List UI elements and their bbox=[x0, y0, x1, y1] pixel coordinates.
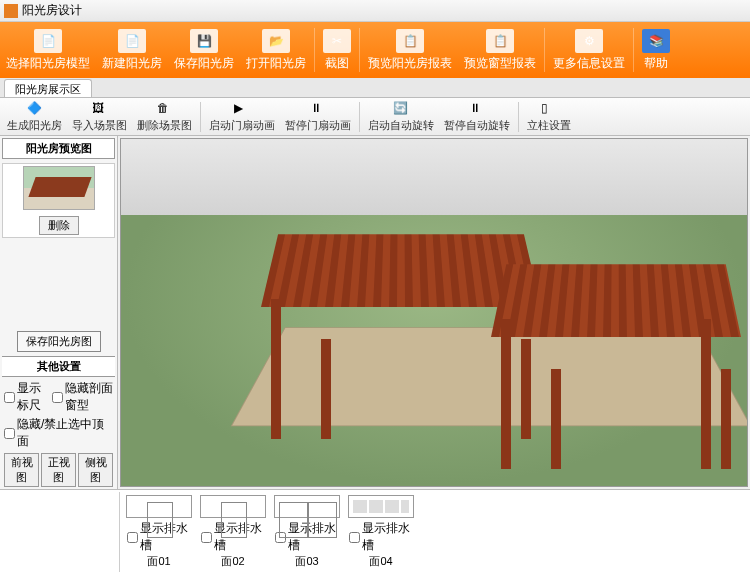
btn-ortho-view[interactable]: 正视图 bbox=[41, 453, 76, 487]
column-icon: ▯ bbox=[541, 101, 557, 117]
document-icon: 📄 bbox=[34, 29, 62, 53]
delete-thumb-button[interactable]: 删除 bbox=[39, 216, 79, 235]
ribbon-save[interactable]: 💾保存阳光房 bbox=[168, 24, 240, 76]
face-label: 面02 bbox=[221, 554, 244, 569]
tb-generate[interactable]: 🔷生成阳光房 bbox=[2, 100, 67, 134]
report-icon: 📋 bbox=[396, 29, 424, 53]
face-chk-drain[interactable]: 显示排水槽 bbox=[349, 520, 413, 554]
tb-delete-scene[interactable]: 🗑删除场景图 bbox=[132, 100, 197, 134]
ribbon-new[interactable]: 📄新建阳光房 bbox=[96, 24, 168, 76]
camera-icon: ✂ bbox=[323, 29, 351, 53]
face-preview bbox=[200, 495, 266, 518]
ribbon-more-settings[interactable]: ⚙更多信息设置 bbox=[547, 24, 631, 76]
btn-side-view[interactable]: 侧视图 bbox=[78, 453, 113, 487]
face-item-01[interactable]: 显示排水槽 面01 bbox=[124, 492, 194, 572]
3d-viewport[interactable] bbox=[120, 138, 748, 487]
face-preview bbox=[274, 495, 340, 518]
app-icon bbox=[4, 4, 18, 18]
ribbon-preview-window-report[interactable]: 📋预览窗型报表 bbox=[458, 24, 542, 76]
face-item-03[interactable]: 显示排水槽 面03 bbox=[272, 492, 342, 572]
chk-hide-selected[interactable]: 隐藏/禁止选中顶面 bbox=[4, 416, 113, 450]
preview-panel-title: 阳光房预览图 bbox=[2, 138, 115, 159]
face-preview bbox=[348, 495, 414, 518]
face-strip: 显示排水槽 面01 显示排水槽 面02 显示排水槽 面03 显示排水槽 面04 bbox=[0, 489, 750, 574]
tb-column-settings[interactable]: ▯立柱设置 bbox=[522, 100, 576, 134]
tb-start-door-anim[interactable]: ▶启动门扇动画 bbox=[204, 100, 280, 134]
thumbnail-box: 删除 bbox=[2, 163, 115, 238]
chk-hide-section[interactable]: 隐藏剖面窗型 bbox=[52, 380, 113, 414]
pause-icon: ⏸ bbox=[469, 101, 485, 117]
face-preview bbox=[126, 495, 192, 518]
face-item-04[interactable]: 显示排水槽 面04 bbox=[346, 492, 416, 572]
tab-strip: 阳光房展示区 bbox=[0, 78, 750, 98]
sidebar: 阳光房预览图 删除 保存阳光房图 其他设置 显示标尺 隐藏剖面窗型 隐藏/禁止选… bbox=[0, 136, 118, 489]
delete-icon: 🗑 bbox=[157, 101, 173, 117]
ribbon-select-model[interactable]: 📄选择阳光房模型 bbox=[0, 24, 96, 76]
pause-icon: ⏸ bbox=[310, 101, 326, 117]
other-settings-title: 其他设置 bbox=[2, 356, 115, 377]
new-icon: 📄 bbox=[118, 29, 146, 53]
title-bar: 阳光房设计 bbox=[0, 0, 750, 22]
settings-icon: ⚙ bbox=[575, 29, 603, 53]
window-title: 阳光房设计 bbox=[22, 2, 82, 19]
ribbon-open[interactable]: 📂打开阳光房 bbox=[240, 24, 312, 76]
open-icon: 📂 bbox=[262, 29, 290, 53]
face-label: 面01 bbox=[147, 554, 170, 569]
report-icon: 📋 bbox=[486, 29, 514, 53]
play-icon: ▶ bbox=[234, 101, 250, 117]
save-icon: 💾 bbox=[190, 29, 218, 53]
btn-front-view[interactable]: 前视图 bbox=[4, 453, 39, 487]
face-label: 面04 bbox=[369, 554, 392, 569]
secondary-toolbar: 🔷生成阳光房 🖼导入场景图 🗑删除场景图 ▶启动门扇动画 ⏸暂停门扇动画 🔄启动… bbox=[0, 98, 750, 136]
rotate-icon: 🔄 bbox=[393, 101, 409, 117]
pergola-model-2 bbox=[491, 229, 741, 469]
face-item-02[interactable]: 显示排水槽 面02 bbox=[198, 492, 268, 572]
ribbon-screenshot[interactable]: ✂截图 bbox=[317, 24, 357, 76]
ribbon-help[interactable]: 📚帮助 bbox=[636, 24, 676, 76]
ribbon-preview-report[interactable]: 📋预览阳光房报表 bbox=[362, 24, 458, 76]
tb-start-rotate[interactable]: 🔄启动自动旋转 bbox=[363, 100, 439, 134]
help-icon: 📚 bbox=[642, 29, 670, 53]
tb-pause-rotate[interactable]: ⏸暂停自动旋转 bbox=[439, 100, 515, 134]
tb-pause-door-anim[interactable]: ⏸暂停门扇动画 bbox=[280, 100, 356, 134]
generate-icon: 🔷 bbox=[27, 101, 43, 117]
import-icon: 🖼 bbox=[92, 101, 108, 117]
ribbon-toolbar: 📄选择阳光房模型 📄新建阳光房 💾保存阳光房 📂打开阳光房 ✂截图 📋预览阳光房… bbox=[0, 22, 750, 78]
save-image-button[interactable]: 保存阳光房图 bbox=[17, 331, 101, 352]
tab-display-area[interactable]: 阳光房展示区 bbox=[4, 79, 92, 97]
thumbnail[interactable] bbox=[23, 166, 95, 210]
face-label: 面03 bbox=[295, 554, 318, 569]
tb-import-scene[interactable]: 🖼导入场景图 bbox=[67, 100, 132, 134]
chk-ruler[interactable]: 显示标尺 bbox=[4, 380, 48, 414]
